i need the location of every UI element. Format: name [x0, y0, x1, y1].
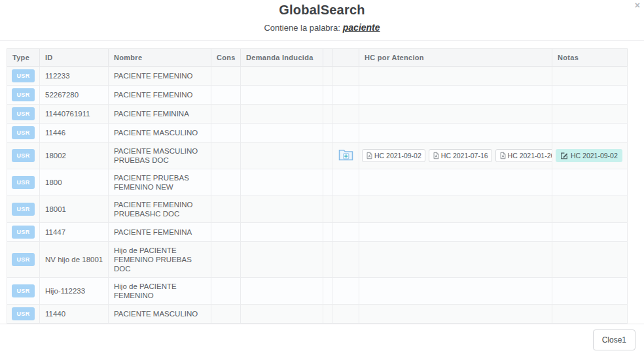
- cell-hc-por-atencion: [359, 305, 552, 324]
- hc-atencion-button[interactable]: HC 2021-01-26: [495, 149, 552, 162]
- result-row: USR11446PACIENTE MASCULINO: [7, 124, 628, 143]
- user-type-badge: USR: [12, 176, 34, 189]
- user-type-badge: USR: [12, 69, 34, 82]
- cell-notas: [552, 196, 628, 223]
- cell-cons: [211, 223, 241, 242]
- cell-demanda-inducida: [241, 105, 323, 124]
- cell-spacer-1: [323, 242, 332, 278]
- cell-id: 11440: [40, 305, 109, 324]
- cell-demanda-inducida: [241, 305, 323, 324]
- cell-type: USR: [7, 278, 40, 305]
- cell-type: USR: [7, 86, 40, 105]
- cell-spacer-1: [323, 86, 332, 105]
- cell-demanda-inducida: [241, 124, 323, 143]
- cell-hc-por-atencion: [359, 169, 552, 196]
- nota-label: HC 2021-09-02: [571, 152, 618, 160]
- cell-type: USR: [7, 67, 40, 86]
- cell-spacer-1: [323, 169, 332, 196]
- cell-demanda-inducida: [241, 86, 323, 105]
- add-to-folder-button[interactable]: [338, 148, 353, 161]
- cell-folder: [332, 242, 359, 278]
- cell-spacer-1: [323, 278, 332, 305]
- cell-id: 112233: [40, 67, 109, 86]
- result-row: USRNV hijo de 18001Hijo de PACIENTE FEME…: [7, 242, 628, 278]
- cell-id: 11447: [40, 223, 109, 242]
- cell-cons: [211, 169, 241, 196]
- file-icon: [499, 152, 507, 160]
- result-row: USR52267280PACIENTE FEMENINO: [7, 86, 628, 105]
- header-type: Type: [7, 49, 40, 67]
- user-type-badge: USR: [12, 203, 34, 216]
- cell-spacer-1: [323, 124, 332, 143]
- hc-atencion-button[interactable]: HC 2021-09-02: [362, 149, 425, 162]
- cell-cons: [211, 105, 241, 124]
- cell-demanda-inducida: [241, 223, 323, 242]
- cell-notas: [552, 86, 628, 105]
- cell-nombre: Hijo de PACIENTE FEMENINO PRUEBAS DOC: [109, 242, 211, 278]
- subtitle-prefix: Contiene la palabra:: [264, 23, 340, 33]
- cell-cons: [211, 143, 241, 169]
- result-row: USR11440PACIENTE MASCULINO: [7, 305, 628, 324]
- cell-nombre: PACIENTE MASCULINO PRUEBAS DOC: [109, 143, 211, 169]
- nota-hc-button[interactable]: HC 2021-09-02: [556, 149, 622, 162]
- cell-nombre: PACIENTE MASCULINO: [109, 305, 211, 324]
- user-type-badge: USR: [12, 307, 34, 320]
- cell-type: USR: [7, 169, 40, 196]
- modal-subtitle: Contiene la palabra:paciente: [0, 22, 644, 33]
- cell-cons: [211, 124, 241, 143]
- header-spacer-1: [323, 49, 332, 67]
- cell-demanda-inducida: [241, 169, 323, 196]
- user-type-badge: USR: [12, 226, 34, 239]
- cell-hc-por-atencion: [359, 86, 552, 105]
- cell-cons: [211, 67, 241, 86]
- user-type-badge: USR: [12, 107, 34, 120]
- cell-type: USR: [7, 105, 40, 124]
- results-table: Type ID Nombre Cons Demanda Inducida HC …: [7, 48, 628, 324]
- cell-id: 11440761911: [40, 105, 109, 124]
- cell-spacer-1: [323, 305, 332, 324]
- user-type-badge: USR: [12, 284, 34, 297]
- cell-type: USR: [7, 223, 40, 242]
- results-table-wrap: Type ID Nombre Cons Demanda Inducida HC …: [7, 48, 637, 324]
- hc-atencion-label: HC 2021-09-02: [374, 152, 421, 160]
- cell-demanda-inducida: [241, 278, 323, 305]
- cell-nombre: PACIENTE FEMININA: [109, 105, 211, 124]
- cell-type: USR: [7, 242, 40, 278]
- user-type-badge: USR: [12, 253, 34, 266]
- search-term: paciente: [343, 22, 380, 33]
- cell-type: USR: [7, 143, 40, 169]
- cell-hc-por-atencion: [359, 67, 552, 86]
- cell-id: Hijo-112233: [40, 278, 109, 305]
- cell-folder: [332, 143, 359, 169]
- cell-hc-por-atencion: HC 2021-09-02HC 2021-07-16HC 2021-01-26: [359, 143, 552, 169]
- cell-spacer-1: [323, 223, 332, 242]
- global-search-modal: × GlobalSearch Contiene la palabra:pacie…: [0, 0, 644, 355]
- result-row: USR11440761911PACIENTE FEMININA: [7, 105, 628, 124]
- cell-hc-por-atencion: [359, 223, 552, 242]
- cell-nombre: PACIENTE PRUEBAS FEMENINO NEW: [109, 169, 211, 196]
- cell-cons: [211, 242, 241, 278]
- user-type-badge: USR: [12, 126, 34, 139]
- cell-type: USR: [7, 196, 40, 223]
- cell-nombre: PACIENTE MASCULINO: [109, 124, 211, 143]
- cell-hc-por-atencion: [359, 242, 552, 278]
- close-icon[interactable]: ×: [635, 1, 640, 10]
- cell-notas: [552, 305, 628, 324]
- cell-folder: [332, 169, 359, 196]
- cell-hc-por-atencion: [359, 124, 552, 143]
- results-table-body: USR112233PACIENTE FEMENINOUSR52267280PAC…: [7, 67, 628, 324]
- cell-notas: [552, 278, 628, 305]
- close1-button[interactable]: Close1: [593, 330, 635, 350]
- cell-nombre: Hijo de PACIENTE FEMENINO: [109, 278, 211, 305]
- cell-type: USR: [7, 305, 40, 324]
- cell-notas: [552, 169, 628, 196]
- cell-spacer-1: [323, 143, 332, 169]
- cell-folder: [332, 67, 359, 86]
- cell-demanda-inducida: [241, 143, 323, 169]
- hc-atencion-button[interactable]: HC 2021-07-16: [429, 149, 492, 162]
- cell-id: 18001: [40, 196, 109, 223]
- header-nombre: Nombre: [109, 49, 211, 67]
- cell-hc-por-atencion: [359, 196, 552, 223]
- cell-cons: [211, 196, 241, 223]
- cell-cons: [211, 305, 241, 324]
